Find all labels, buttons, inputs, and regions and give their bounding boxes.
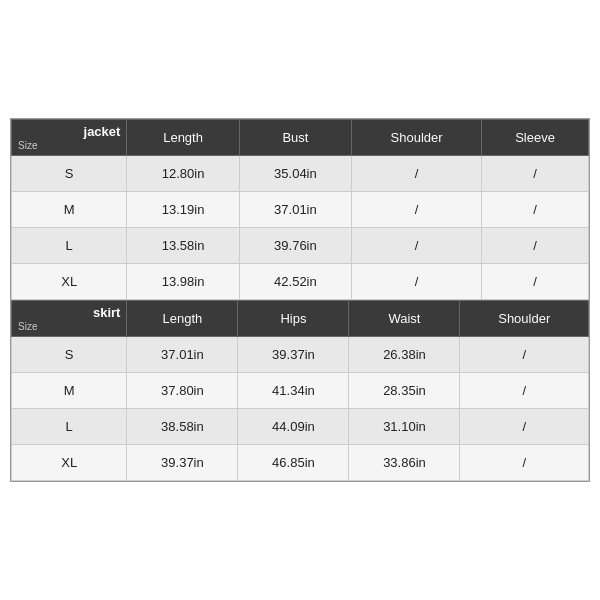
skirt-c1-0: 37.01in [127,337,238,373]
jacket-c1-1: 13.19in [127,192,239,228]
jacket-sub-label: Size [18,140,37,151]
skirt-size-3: XL [12,445,127,481]
jacket-size-3: XL [12,264,127,300]
skirt-c3-2: 31.10in [349,409,460,445]
jacket-col4-header: Sleeve [482,120,589,156]
skirt-size-2: L [12,409,127,445]
jacket-size-2: L [12,228,127,264]
skirt-table: skirt Size Length Hips Waist Shoulder S … [11,300,589,481]
jacket-label-cell: jacket Size [12,120,127,156]
size-chart: jacket Size Length Bust Shoulder Sleeve … [10,118,590,482]
jacket-row-1: M 13.19in 37.01in / / [12,192,589,228]
jacket-c4-0: / [482,156,589,192]
skirt-col1-header: Length [127,301,238,337]
skirt-c4-2: / [460,409,589,445]
skirt-c4-3: / [460,445,589,481]
jacket-c4-2: / [482,228,589,264]
jacket-c3-2: / [352,228,482,264]
jacket-col2-header: Bust [239,120,351,156]
skirt-c1-3: 39.37in [127,445,238,481]
skirt-row-1: M 37.80in 41.34in 28.35in / [12,373,589,409]
skirt-c1-2: 38.58in [127,409,238,445]
skirt-sub-label: Size [18,321,37,332]
skirt-size-0: S [12,337,127,373]
jacket-c4-3: / [482,264,589,300]
jacket-c1-3: 13.98in [127,264,239,300]
skirt-c1-1: 37.80in [127,373,238,409]
skirt-row-2: L 38.58in 44.09in 31.10in / [12,409,589,445]
jacket-c2-1: 37.01in [239,192,351,228]
jacket-table: jacket Size Length Bust Shoulder Sleeve … [11,119,589,300]
jacket-c4-1: / [482,192,589,228]
jacket-c2-3: 42.52in [239,264,351,300]
jacket-c3-3: / [352,264,482,300]
skirt-col3-header: Waist [349,301,460,337]
skirt-c3-0: 26.38in [349,337,460,373]
jacket-c1-2: 13.58in [127,228,239,264]
skirt-col4-header: Shoulder [460,301,589,337]
jacket-size-0: S [12,156,127,192]
skirt-col2-header: Hips [238,301,349,337]
jacket-c2-0: 35.04in [239,156,351,192]
jacket-col1-header: Length [127,120,239,156]
jacket-col3-header: Shoulder [352,120,482,156]
skirt-c4-1: / [460,373,589,409]
skirt-c2-3: 46.85in [238,445,349,481]
jacket-row-2: L 13.58in 39.76in / / [12,228,589,264]
skirt-c2-1: 41.34in [238,373,349,409]
jacket-header-row: jacket Size Length Bust Shoulder Sleeve [12,120,589,156]
skirt-size-1: M [12,373,127,409]
skirt-c3-3: 33.86in [349,445,460,481]
skirt-row-3: XL 39.37in 46.85in 33.86in / [12,445,589,481]
skirt-c4-0: / [460,337,589,373]
skirt-c2-0: 39.37in [238,337,349,373]
jacket-c3-1: / [352,192,482,228]
jacket-row-3: XL 13.98in 42.52in / / [12,264,589,300]
jacket-row-0: S 12.80in 35.04in / / [12,156,589,192]
skirt-label-cell: skirt Size [12,301,127,337]
skirt-section-label: skirt [93,305,120,320]
jacket-size-1: M [12,192,127,228]
skirt-row-0: S 37.01in 39.37in 26.38in / [12,337,589,373]
skirt-c3-1: 28.35in [349,373,460,409]
jacket-c2-2: 39.76in [239,228,351,264]
skirt-c2-2: 44.09in [238,409,349,445]
jacket-c1-0: 12.80in [127,156,239,192]
jacket-section-label: jacket [84,124,121,139]
skirt-header-row: skirt Size Length Hips Waist Shoulder [12,301,589,337]
jacket-c3-0: / [352,156,482,192]
